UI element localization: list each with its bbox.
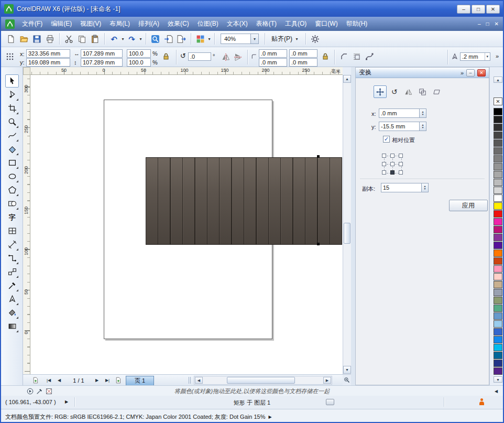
object-width-field[interactable]: 107.289 mm (81, 49, 123, 58)
propbar-overflow-button[interactable]: » (496, 53, 499, 59)
relative-position-checkbox[interactable]: ✓ (383, 136, 390, 143)
rotation-angle-field[interactable]: .0 (188, 52, 211, 61)
print-button[interactable] (43, 32, 57, 45)
menu-effects[interactable]: 效果(C) (163, 17, 193, 31)
table-tool[interactable] (5, 224, 19, 237)
doc-restore-button[interactable]: □ (486, 21, 489, 27)
mirror-vertical-button[interactable] (232, 51, 244, 63)
anchor-point[interactable] (390, 154, 395, 158)
horizontal-scroll-thumb[interactable] (227, 377, 295, 384)
user-account-icon[interactable] (479, 398, 485, 405)
zoom-level-dropdown[interactable]: ▾ (250, 34, 258, 44)
first-page-button[interactable]: |◀ (44, 376, 53, 385)
lock-corners-button[interactable] (320, 51, 331, 62)
corner-radius-tr-field[interactable]: .0 mm (289, 49, 317, 58)
outline-width-dropdown[interactable]: ▾ (485, 53, 488, 60)
connector-tool[interactable] (5, 252, 19, 265)
color-swatch[interactable] (494, 163, 502, 170)
transform-rotate-button[interactable]: ↺ (388, 85, 401, 98)
add-page-button[interactable] (30, 376, 40, 385)
scroll-down-button[interactable]: ▼ (343, 366, 351, 374)
object-y-field[interactable]: 169.089 mm (26, 58, 70, 67)
doc-close-button[interactable]: ✕ (495, 21, 499, 27)
horizontal-scrollbar[interactable]: ◀ ▶ (194, 376, 332, 385)
scroll-right-button[interactable]: ▶ (323, 377, 331, 384)
hruler[interactable]: 毫米 50050100150200250 (30, 67, 343, 75)
menu-layout[interactable]: 布局(L) (105, 17, 134, 31)
anchor-point-selected[interactable] (390, 170, 395, 175)
next-page-button[interactable]: ▶ (92, 376, 102, 385)
corner-radius-tl-field[interactable]: .0 mm (259, 49, 287, 58)
apply-button[interactable]: 应用 (449, 200, 488, 211)
color-swatch[interactable] (494, 124, 502, 131)
anchor-point[interactable] (390, 162, 395, 166)
vertical-scrollbar[interactable]: ▲ ▼ (343, 75, 351, 374)
ellipse-tool[interactable] (5, 170, 19, 183)
color-swatch[interactable] (494, 336, 502, 343)
open-button[interactable] (17, 32, 30, 45)
color-swatch[interactable] (494, 132, 502, 139)
color-swatch[interactable] (494, 360, 502, 367)
scale-v-field[interactable]: 100.0 (127, 58, 151, 67)
copy-button[interactable] (75, 32, 89, 45)
pagebar-splitter[interactable] (189, 377, 191, 384)
save-button[interactable] (30, 32, 43, 45)
scroll-left-button[interactable]: ◀ (195, 377, 203, 384)
anchor-point[interactable] (399, 170, 403, 175)
zoom-level-combo[interactable]: 40% ▾ (221, 34, 259, 44)
color-swatch[interactable] (494, 179, 502, 186)
color-swatch[interactable] (494, 147, 502, 155)
color-swatch[interactable] (494, 171, 502, 178)
color-swatch[interactable] (494, 187, 502, 194)
docker-x-spinner[interactable]: ▲▼ (420, 109, 426, 118)
eyedropper-tool[interactable] (5, 279, 19, 292)
undo-button[interactable]: ↶ (107, 32, 120, 45)
snap-to-dropdown[interactable]: 贴齐(P) ▾ (268, 33, 303, 45)
color-swatch[interactable] (494, 352, 502, 359)
chamfer-options-button[interactable] (338, 51, 350, 62)
color-swatch[interactable] (494, 320, 502, 328)
color-swatch[interactable] (494, 194, 502, 202)
selected-rectangle-object[interactable] (146, 157, 342, 245)
new-document-button[interactable] (4, 32, 17, 45)
color-swatch[interactable] (494, 218, 502, 225)
lock-ratio-button[interactable] (160, 51, 172, 62)
search-content-button[interactable] (149, 32, 162, 45)
polygon-tool[interactable] (5, 183, 19, 197)
drawing-canvas[interactable] (30, 75, 343, 374)
application-launcher-dropdown[interactable]: ▾ (207, 37, 212, 41)
vruler[interactable]: 300250200150100500 (23, 75, 30, 374)
smart-fill-tool[interactable] (5, 143, 19, 156)
color-swatch[interactable] (494, 257, 502, 265)
navigator-zoom-button[interactable] (343, 374, 351, 385)
anchor-point[interactable] (382, 154, 386, 158)
no-color-swatch[interactable]: ✕ (494, 97, 502, 105)
pick-tool[interactable] (5, 74, 19, 88)
color-swatch[interactable] (494, 328, 502, 335)
outline-pen-tool[interactable] (5, 292, 19, 306)
color-swatch[interactable] (494, 155, 502, 162)
menu-window[interactable]: 窗口(W) (311, 17, 342, 31)
color-swatch[interactable] (494, 242, 502, 249)
rectangle-tool[interactable] (5, 156, 19, 169)
scale-h-field[interactable]: 100.0 (127, 49, 151, 58)
docker-y-spinner[interactable]: ▲▼ (420, 122, 426, 131)
outline-width-field[interactable]: .2 mm ▾ (460, 52, 490, 61)
text-tool[interactable]: 字 (5, 211, 19, 224)
add-page-after-button[interactable] (113, 376, 123, 385)
wrap-text-button[interactable] (351, 51, 363, 62)
cut-button[interactable] (62, 32, 75, 45)
color-swatch[interactable] (494, 250, 502, 257)
object-x-field[interactable]: 323.356 mm (26, 49, 70, 58)
redo-button[interactable]: ↷ (125, 32, 138, 45)
docker-collapse-button[interactable]: – (466, 69, 475, 77)
restore-button[interactable]: □ (472, 5, 485, 14)
redo-dropdown[interactable]: ▾ (138, 37, 143, 41)
minimize-button[interactable]: – (457, 5, 470, 14)
paste-button[interactable] (89, 32, 102, 45)
menu-file[interactable]: 文件(F) (18, 17, 47, 31)
menu-text[interactable]: 文本(X) (223, 17, 252, 31)
docker-resize-gutter[interactable] (351, 67, 355, 385)
dimension-tool[interactable] (5, 238, 19, 251)
color-swatch[interactable] (494, 281, 502, 288)
